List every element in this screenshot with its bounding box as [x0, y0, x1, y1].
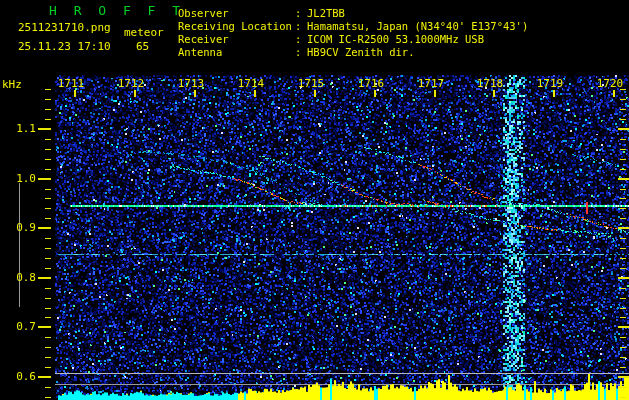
freq-tick-label: 0.6 [0, 371, 36, 382]
info-row: Antenna:HB9CV Zenith dir. [178, 46, 528, 59]
info-separator: : [295, 20, 307, 33]
time-tick-label: 1714 [238, 78, 265, 89]
time-tick-label: 1719 [537, 78, 564, 89]
station-info: Observer:JL2TBBReceiving Location:Hamama… [178, 7, 528, 59]
info-label: Receiver [178, 33, 295, 46]
info-label: Receiving Location [178, 20, 295, 33]
info-value: Hamamatsu, Japan (N34°40' E137°43') [307, 20, 528, 33]
time-tick-label: 1716 [358, 78, 385, 89]
time-tick-label: 1718 [477, 78, 504, 89]
freq-tick-label: 0.7 [0, 321, 36, 332]
freq-tick-label: 0.9 [0, 222, 36, 233]
info-value: HB9CV Zenith dir. [307, 46, 414, 59]
time-tick-label: 1713 [178, 78, 205, 89]
info-row: Receiving Location:Hamamatsu, Japan (N34… [178, 20, 528, 33]
datetime-label: 25.11.23 17:10 [18, 41, 111, 52]
info-separator: : [295, 46, 307, 59]
mode-label: meteor [124, 27, 164, 38]
info-row: Observer:JL2TBB [178, 7, 528, 20]
hrofft-screen: H R O F F T 2511231710.png meteor 25.11.… [0, 0, 629, 400]
info-value: JL2TBB [307, 7, 345, 20]
spectrogram-canvas [0, 0, 629, 400]
info-label: Observer [178, 7, 295, 20]
freq-tick-label: 1.1 [0, 123, 36, 134]
echo-count-label: 65 [136, 41, 149, 52]
time-tick-label: 1712 [118, 78, 145, 89]
output-filename-label: 2511231710.png [18, 22, 111, 33]
time-tick-label: 1720 [597, 78, 624, 89]
app-title: H R O F F T [49, 4, 185, 17]
time-tick-label: 1711 [58, 78, 85, 89]
info-value: ICOM IC-R2500 53.1000MHz USB [307, 33, 484, 46]
info-separator: : [295, 33, 307, 46]
info-separator: : [295, 7, 307, 20]
freq-tick-label: 0.8 [0, 272, 36, 283]
time-tick-label: 1717 [418, 78, 445, 89]
freq-unit-label: kHz [2, 79, 22, 90]
freq-tick-label: 1.0 [0, 173, 36, 184]
info-label: Antenna [178, 46, 295, 59]
time-tick-label: 1715 [298, 78, 325, 89]
info-row: Receiver:ICOM IC-R2500 53.1000MHz USB [178, 33, 528, 46]
